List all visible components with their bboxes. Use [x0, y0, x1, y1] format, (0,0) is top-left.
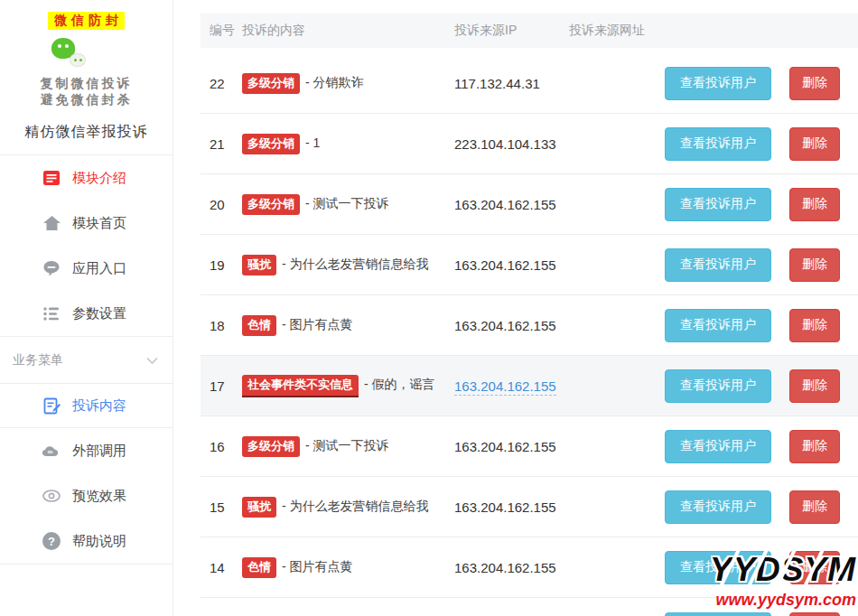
sidebar-item-complaint-content[interactable]: 投诉内容 — [0, 384, 173, 427]
sidebar-item-module-home[interactable]: 模块首页 — [0, 201, 173, 246]
row-actions: 查看投诉用户 删除 — [665, 127, 858, 161]
eye-icon — [42, 486, 61, 506]
sidebar-item-label: 投诉内容 — [72, 397, 126, 415]
sidebar-section-business-menu[interactable]: 业务菜单 — [0, 337, 173, 383]
row-content-cell: 多级分销- 测试一下投诉 — [242, 194, 454, 215]
column-header-url: 投诉来源网址 — [569, 23, 858, 39]
sidebar-item-preview-effect[interactable]: 预览效果 — [0, 473, 173, 518]
row-content-cell: 骚扰- 为什么老发营销信息给我 — [242, 497, 454, 518]
row-id: 22 — [210, 76, 242, 91]
table-rows: 22 多级分销- 分销欺诈 117.132.44.31 查看投诉用户 删除 21… — [201, 53, 858, 598]
view-complaint-user-button[interactable]: 查看投诉用户 — [665, 248, 771, 282]
row-content-cell: 社会事件类不实信息- 假的，谣言 — [242, 375, 454, 397]
view-complaint-user-button[interactable]: 查看投诉用户 — [665, 551, 771, 584]
column-header-content: 投诉的内容 — [242, 23, 454, 39]
source-ip: 117.132.44.31 — [454, 76, 540, 91]
complaint-type-badge: 多级分销 — [242, 134, 300, 154]
row-ip-cell: 163.204.162.155 — [454, 378, 569, 394]
logo-block: 微信防封 ! 复制微信投诉 避免微信封杀 精仿微信举报投诉 — [0, 0, 173, 142]
logo-slogan-line1: 复制微信投诉 — [0, 75, 173, 91]
sidebar-item-external-call[interactable]: ∞ 外部调用 — [0, 428, 173, 473]
sidebar-item-app-entry[interactable]: 应用入口 — [0, 246, 173, 291]
settings-icon — [42, 303, 61, 323]
row-ip-cell: 163.204.162.155 — [454, 257, 569, 273]
sidebar-item-label: 外部调用 — [72, 443, 126, 460]
chevron-down-icon — [146, 353, 158, 368]
table-row: 18 色情- 图片有点黄 163.204.162.155 查看投诉用户 删除 — [201, 295, 858, 356]
row-actions: 查看投诉用户 删除 — [665, 369, 858, 403]
row-actions: 查看投诉用户 删除 — [665, 430, 858, 463]
delete-button[interactable]: 删除 — [789, 309, 840, 342]
delete-button[interactable] — [789, 612, 840, 616]
table-header-row: 编号 投诉的内容 投诉来源IP 投诉来源网址 — [201, 14, 858, 48]
complaint-text: - 为什么老发营销信息给我 — [282, 257, 429, 271]
svg-text:∞: ∞ — [47, 448, 52, 456]
sidebar-item-label: 参数设置 — [72, 305, 126, 322]
delete-button[interactable]: 删除 — [789, 248, 840, 282]
row-ip-cell: 117.132.44.31 — [454, 76, 569, 91]
logo-icons-row: ! — [0, 34, 173, 67]
sidebar-item-label: 模块介绍 — [72, 170, 126, 187]
source-ip: 223.104.104.133 — [454, 136, 556, 152]
table-row: 20 多级分销- 测试一下投诉 163.204.162.155 查看投诉用户 删… — [201, 174, 858, 235]
row-id: 21 — [210, 136, 242, 152]
source-ip: 163.204.162.155 — [454, 560, 556, 575]
row-content-cell: 色情- 图片有点黄 — [242, 315, 454, 336]
table-row: 19 骚扰- 为什么老发营销信息给我 163.204.162.155 查看投诉用… — [201, 235, 858, 295]
table-row-partial — [201, 598, 858, 616]
view-complaint-user-button[interactable]: 查看投诉用户 — [665, 309, 771, 342]
column-header-id: 编号 — [210, 23, 242, 39]
row-id: 16 — [210, 439, 242, 454]
row-content-cell: 多级分销- 分销欺诈 — [242, 73, 454, 94]
row-id: 20 — [210, 197, 242, 212]
complaint-type-badge: 色情 — [242, 557, 276, 578]
sidebar-item-label: 模块首页 — [72, 215, 126, 232]
complaint-type-badge: 骚扰 — [242, 255, 276, 275]
view-complaint-user-button[interactable]: 查看投诉用户 — [665, 67, 771, 100]
wechat-icon — [51, 38, 86, 67]
document-pen-icon — [42, 396, 61, 415]
sidebar-item-module-intro[interactable]: 模块介绍 — [0, 155, 173, 201]
row-actions: 查看投诉用户 删除 — [665, 490, 858, 524]
row-ip-cell: 163.204.162.155 — [454, 560, 569, 575]
row-ip-cell: 223.104.104.133 — [454, 136, 569, 152]
view-complaint-user-button[interactable]: 查看投诉用户 — [665, 369, 771, 403]
complaint-text: - 假的，谣言 — [364, 377, 435, 391]
sidebar-item-parameter-settings[interactable]: 参数设置 — [0, 291, 173, 336]
sidebar-divider — [0, 564, 173, 565]
delete-button[interactable]: 删除 — [789, 551, 840, 584]
complaint-type-badge: 多级分销 — [242, 73, 300, 94]
row-ip-cell: 163.204.162.155 — [454, 197, 569, 212]
table-row: 21 多级分销- 1 223.104.104.133 查看投诉用户 删除 — [201, 114, 858, 174]
view-complaint-user-button[interactable] — [665, 612, 771, 616]
delete-button[interactable]: 删除 — [789, 369, 840, 403]
row-id: 15 — [210, 499, 242, 515]
row-actions: 查看投诉用户 删除 — [665, 248, 858, 282]
app-title: 精仿微信举报投诉 — [0, 123, 173, 142]
view-complaint-user-button[interactable]: 查看投诉用户 — [665, 490, 771, 524]
complaint-type-badge: 多级分销 — [242, 194, 300, 215]
complaint-text: - 为什么老发营销信息给我 — [282, 499, 429, 513]
table-row: 15 骚扰- 为什么老发营销信息给我 163.204.162.155 查看投诉用… — [201, 477, 858, 537]
view-complaint-user-button[interactable]: 查看投诉用户 — [665, 188, 771, 221]
delete-button[interactable]: 删除 — [789, 67, 840, 100]
delete-button[interactable]: 删除 — [789, 127, 840, 161]
view-complaint-user-button[interactable]: 查看投诉用户 — [665, 430, 771, 463]
table-row: 22 多级分销- 分销欺诈 117.132.44.31 查看投诉用户 删除 — [201, 53, 858, 114]
delete-button[interactable]: 删除 — [789, 490, 840, 524]
sidebar-item-label: 预览效果 — [72, 488, 126, 505]
row-actions: 查看投诉用户 删除 — [665, 67, 858, 100]
row-actions: 查看投诉用户 删除 — [665, 551, 858, 584]
delete-button[interactable]: 删除 — [789, 188, 840, 221]
row-content-cell: 多级分销- 测试一下投诉 — [242, 436, 454, 457]
list-icon — [42, 168, 61, 188]
complaint-text: - 测试一下投诉 — [305, 196, 389, 210]
table-row: 17 社会事件类不实信息- 假的，谣言 163.204.162.155 查看投诉… — [201, 356, 858, 416]
view-complaint-user-button[interactable]: 查看投诉用户 — [665, 127, 771, 161]
warning-triangle-icon: ! — [93, 42, 122, 67]
home-icon — [42, 213, 61, 233]
row-id: 19 — [210, 257, 242, 273]
sidebar-item-help[interactable]: ? 帮助说明 — [0, 518, 173, 564]
delete-button[interactable]: 删除 — [789, 430, 840, 463]
row-content-cell: 多级分销- 1 — [242, 134, 454, 154]
